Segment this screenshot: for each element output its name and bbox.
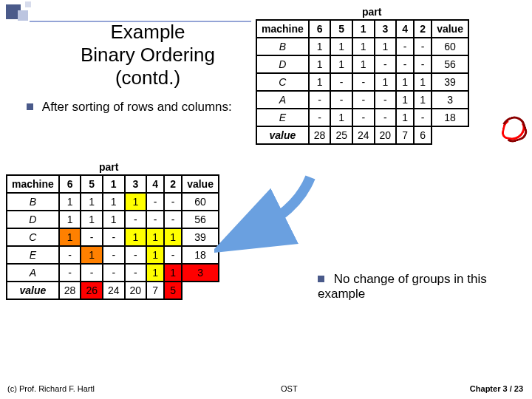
footer-copyright: (c) Prof. Richard F. Hartl — [7, 384, 95, 393]
part-label-mid: part — [99, 161, 118, 173]
bullet-after-sorting: After sorting of rows and columns: — [27, 100, 248, 115]
part-label-top: part — [362, 6, 381, 18]
slide-title: ExampleBinary Ordering(contd.) — [52, 21, 244, 90]
incidence-table-top: machine651342valueB1111--60D111---56C1--… — [256, 19, 469, 145]
bullet-no-change-text: No change of groups in this example — [318, 272, 487, 301]
arrow-annotation — [214, 170, 318, 266]
footer-course: OST — [281, 384, 298, 393]
bullet-no-change: No change of groups in this example — [318, 272, 517, 301]
footer-page: Chapter 3 / 23 — [470, 384, 523, 393]
highlight-scribble — [498, 114, 530, 146]
bullet-after-text: After sorting of rows and columns: — [42, 100, 232, 114]
incidence-table-bottom: machine651342valueB1111--60D111---56C1--… — [6, 174, 219, 300]
